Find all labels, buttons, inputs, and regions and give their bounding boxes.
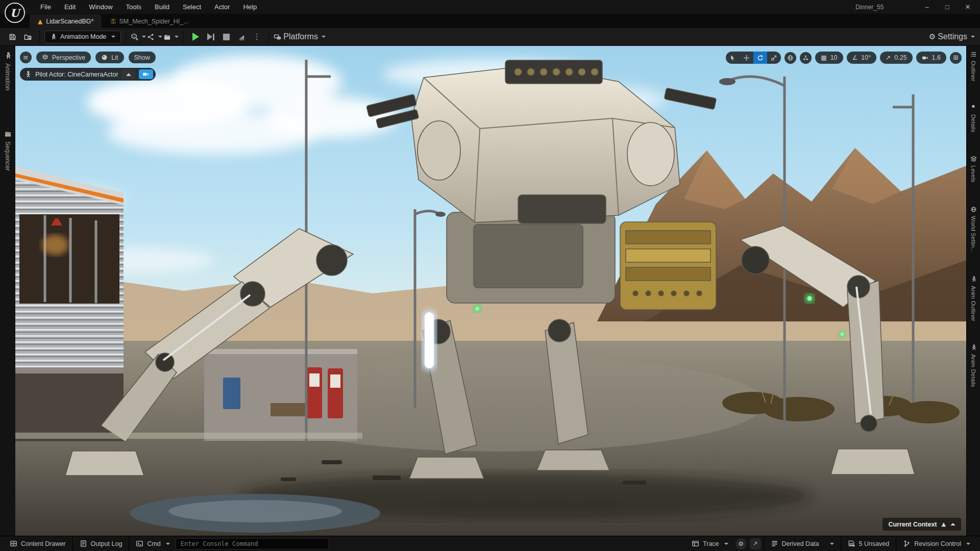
current-context-bar[interactable]: Current Context ▲ [883,518,961,531]
statusbar-divider [764,536,764,551]
eject-icon [126,73,131,76]
add-actor-button[interactable] [131,30,146,44]
cmd-selector[interactable]: Cmd [130,536,175,551]
maximize-viewport-button[interactable]: ⊞ [950,52,962,64]
tab-label: Anim Outliner [970,286,976,321]
insights-button[interactable]: ⚙ [736,538,747,549]
tab-animation[interactable]: Animation [4,52,12,90]
mode-label: Animation Mode [60,33,106,40]
cinematics-button[interactable] [163,30,179,44]
console-command-input[interactable] [176,538,329,549]
tab-sequencer[interactable]: Sequencer [4,130,12,171]
gear-icon: ⚙ [929,33,936,41]
grid-snap-icon: ▦ [821,55,826,61]
statusbar-divider [841,536,841,551]
unreal-logo-icon[interactable]: U [5,3,25,23]
menu-help[interactable]: Help [236,0,263,14]
lit-button[interactable]: Lit [95,52,124,63]
play-button[interactable] [188,30,203,44]
statusbar-divider [129,536,129,551]
output-log-button[interactable]: Output Log [74,536,128,551]
camera-speed-control[interactable]: 1.6 [916,52,946,64]
pilot-actor-pill[interactable]: Pilot Actor: CineCameraActor [20,68,156,81]
tab-world-settings[interactable]: World Settin... [970,206,977,253]
stop-button[interactable] [219,30,233,44]
console-icon [136,540,143,547]
output-log-icon [80,540,87,547]
chevron-down-icon [830,543,834,545]
level-icon: ▲ [38,18,42,24]
skip-icon [207,33,214,40]
tab-lidarscanedbg[interactable]: ▲ LidarScanedBG* [30,14,102,28]
select-tool-button[interactable] [726,52,740,64]
minimize-button[interactable]: – [917,0,937,14]
menu-file[interactable]: File [34,0,58,14]
move-tool-button[interactable] [740,52,753,64]
browse-content-button[interactable] [20,30,35,44]
menu-window[interactable]: Window [82,0,119,14]
save-button[interactable] [5,30,19,44]
trace-snapshot-button[interactable]: ↗ [750,538,761,549]
angle-snap-icon: ∠ [852,55,858,61]
menu-select[interactable]: Select [176,0,208,14]
chevron-down-icon [158,36,162,38]
trace-button[interactable]: Trace [686,536,734,551]
tab-outliner[interactable]: Outliner [970,51,977,81]
tab-sm-mech-spider[interactable]: ⚿ SM_Mech_Spider_HI_... [103,14,197,28]
platforms-button[interactable]: Platforms [274,30,326,44]
kebab-icon: ⋮ [253,33,261,41]
camera-speed-value: 1.6 [932,54,941,61]
frame-skip-button[interactable] [204,30,218,44]
level-viewport[interactable]: ≡ Perspective Lit Show Pilot Actor: Cine… [15,46,966,536]
tab-details[interactable]: Details [970,105,977,132]
menu-edit[interactable]: Edit [58,0,82,14]
rotation-snap-control[interactable]: ∠ 10° [847,52,877,64]
grid-snap-control[interactable]: ▦ 10 [815,52,843,64]
scale-snap-icon: ↗ [886,55,891,61]
chevron-down-icon [724,543,728,545]
unsaved-button[interactable]: 5 Unsaved [842,536,895,551]
pilot-label: Pilot Actor: CineCameraActor [35,71,118,78]
revision-control-button[interactable]: Revision Control [897,536,976,551]
menu-build[interactable]: Build [148,0,176,14]
lit-sphere-icon [101,54,108,61]
coordinate-system-button[interactable] [785,52,796,64]
surface-snap-button[interactable] [800,52,812,64]
stop-piloting-button[interactable] [122,69,135,79]
menu-actor[interactable]: Actor [208,0,236,14]
derived-data-button[interactable]: Derived Data [765,536,840,551]
tab-levels[interactable]: Levels [970,156,977,182]
revision-control-label: Revision Control [914,540,961,547]
tab-label: Sequencer [4,141,11,171]
details-wrench-icon [970,105,977,111]
statusbar-divider [72,536,73,551]
window-controls: – □ ✕ [917,0,978,14]
show-button[interactable]: Show [129,52,156,63]
play-icon [192,33,199,41]
close-button[interactable]: ✕ [958,0,978,14]
tab-anim-details[interactable]: Anim Details [970,344,977,387]
rotate-tool-button[interactable] [753,52,767,64]
scale-tool-button[interactable] [767,52,781,64]
viewport-topleft-toolbar: ≡ Perspective Lit Show [20,52,156,63]
tab-anim-outliner[interactable]: Anim Outliner [970,276,977,321]
viewport-options-button[interactable]: ≡ [20,52,32,63]
gear-icon: ⚙ [738,541,744,547]
settings-button[interactable]: ⚙ Settings [929,30,975,44]
move-icon [743,55,750,61]
maximize-button[interactable]: □ [937,0,958,14]
possess-button[interactable] [234,30,249,44]
blueprints-icon [147,33,155,41]
viewport-canvas[interactable] [15,46,966,536]
content-drawer-button[interactable]: Content Drawer [4,536,71,551]
scale-snap-control[interactable]: ↗ 0.25 [880,52,912,64]
chevron-down-icon [142,36,146,38]
toolbar-divider [183,31,184,43]
blueprints-button[interactable] [147,30,162,44]
camera-view-button[interactable] [139,69,153,79]
play-options-button[interactable]: ⋮ [250,30,264,44]
editor-mode-select[interactable]: Animation Mode [44,31,121,43]
perspective-button[interactable]: Perspective [36,52,91,63]
tab-label: Anim Details [970,354,976,387]
menu-tools[interactable]: Tools [119,0,148,14]
